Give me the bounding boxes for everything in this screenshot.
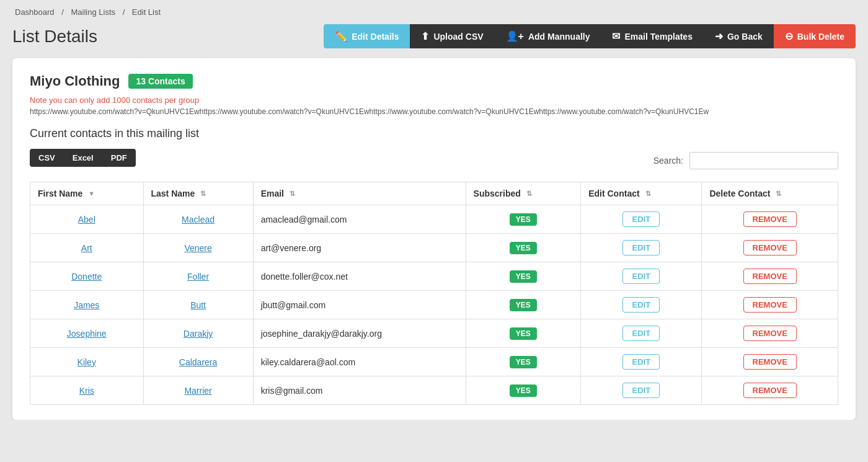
th-last-name: Last Name ⇅ bbox=[143, 182, 253, 205]
table-row: Art Venere art@venere.org YES EDIT REMOV… bbox=[30, 234, 838, 262]
cell-email: josephine_darakjy@darakjy.org bbox=[253, 319, 466, 348]
cell-last-name: Maclead bbox=[143, 205, 253, 234]
edit-contact-button[interactable]: EDIT bbox=[622, 269, 660, 284]
first-name-link[interactable]: Kris bbox=[79, 386, 94, 396]
remove-contact-button[interactable]: REMOVE bbox=[743, 354, 797, 370]
cell-edit: EDIT bbox=[581, 348, 702, 376]
remove-contact-button[interactable]: REMOVE bbox=[743, 240, 797, 255]
sort-icon-first-name[interactable]: ▼ bbox=[88, 190, 95, 197]
upload-icon: ⬆ bbox=[421, 30, 429, 42]
remove-contact-button[interactable]: REMOVE bbox=[743, 211, 797, 227]
breadcrumb-dashboard[interactable]: Dashboard bbox=[15, 7, 55, 17]
last-name-link[interactable]: Foller bbox=[187, 272, 209, 282]
sort-icon-edit-contact[interactable]: ⇅ bbox=[645, 190, 651, 198]
subscribed-badge: YES bbox=[510, 327, 537, 340]
breadcrumb-edit-list: Edit List bbox=[132, 7, 161, 17]
cell-edit: EDIT bbox=[581, 234, 702, 262]
delete-icon: ⊖ bbox=[785, 30, 793, 42]
sort-icon-last-name[interactable]: ⇅ bbox=[200, 190, 206, 198]
th-edit-contact: Edit Contact ⇅ bbox=[581, 182, 702, 205]
th-subscribed: Subscribed ⇅ bbox=[466, 182, 581, 205]
cell-last-name: Marrier bbox=[143, 376, 253, 405]
table-row: Kris Marrier kris@gmail.com YES EDIT REM… bbox=[30, 376, 838, 405]
cell-remove: REMOVE bbox=[702, 234, 838, 262]
section-title: Current contacts in this mailing list bbox=[30, 127, 838, 140]
remove-contact-button[interactable]: REMOVE bbox=[743, 383, 797, 398]
edit-contact-button[interactable]: EDIT bbox=[622, 326, 660, 341]
cell-remove: REMOVE bbox=[702, 262, 838, 291]
sort-icon-delete-contact[interactable]: ⇅ bbox=[776, 190, 781, 198]
upload-csv-button[interactable]: ⬆ Upload CSV bbox=[410, 24, 494, 48]
last-name-link[interactable]: Maclead bbox=[182, 215, 215, 224]
search-input[interactable] bbox=[689, 152, 838, 169]
go-back-button[interactable]: ➜ Go Back bbox=[704, 24, 774, 48]
cell-last-name: Darakjy bbox=[143, 319, 253, 348]
table-row: Donette Foller donette.foller@cox.net YE… bbox=[30, 262, 838, 291]
export-search-row: CSV Excel PDF Search: bbox=[30, 149, 838, 175]
bulk-delete-button[interactable]: ⊖ Bulk Delete bbox=[774, 24, 856, 48]
contacts-badge: 13 Contacts bbox=[128, 74, 192, 89]
edit-contact-button[interactable]: EDIT bbox=[622, 354, 660, 370]
subscribed-badge: YES bbox=[510, 213, 537, 226]
main-container: Miyo Clothing 13 Contacts Note you can o… bbox=[12, 58, 856, 420]
edit-icon: ✏️ bbox=[335, 30, 347, 42]
table-header-row: First Name ▼ Last Name ⇅ Email ⇅ bbox=[30, 182, 838, 205]
subscribed-badge: YES bbox=[510, 384, 537, 397]
export-pdf-button[interactable]: PDF bbox=[102, 149, 136, 167]
cell-email: kiley.caldarera@aol.com bbox=[253, 348, 466, 376]
cell-subscribed: YES bbox=[466, 291, 581, 319]
th-email: Email ⇅ bbox=[253, 182, 466, 205]
add-manually-button[interactable]: 👤+ Add Mannually bbox=[495, 24, 601, 48]
export-csv-button[interactable]: CSV bbox=[30, 149, 64, 167]
cell-edit: EDIT bbox=[581, 205, 702, 234]
breadcrumb: Dashboard / Mailing Lists / Edit List bbox=[0, 0, 868, 19]
last-name-link[interactable]: Butt bbox=[190, 300, 206, 310]
edit-contact-button[interactable]: EDIT bbox=[622, 383, 660, 398]
email-templates-button[interactable]: ✉ Email Templates bbox=[601, 24, 703, 48]
first-name-link[interactable]: Donette bbox=[71, 272, 102, 282]
table-row: Abel Maclead amaclead@gmail.com YES EDIT… bbox=[30, 205, 838, 234]
remove-contact-button[interactable]: REMOVE bbox=[743, 297, 797, 313]
table-row: James Butt jbutt@gmail.com YES EDIT REMO… bbox=[30, 291, 838, 319]
edit-contact-button[interactable]: EDIT bbox=[622, 297, 660, 313]
first-name-link[interactable]: James bbox=[74, 300, 99, 310]
cell-first-name: Abel bbox=[30, 205, 144, 234]
remove-contact-button[interactable]: REMOVE bbox=[743, 269, 797, 284]
cell-remove: REMOVE bbox=[702, 376, 838, 405]
list-header: Miyo Clothing 13 Contacts bbox=[30, 73, 838, 89]
edit-contact-button[interactable]: EDIT bbox=[622, 211, 660, 227]
last-name-link[interactable]: Marrier bbox=[184, 386, 211, 396]
sort-icon-subscribed[interactable]: ⇅ bbox=[526, 190, 532, 198]
cell-subscribed: YES bbox=[466, 262, 581, 291]
cell-email: kris@gmail.com bbox=[253, 376, 466, 405]
first-name-link[interactable]: Josephine bbox=[67, 329, 107, 339]
cell-last-name: Foller bbox=[143, 262, 253, 291]
cell-remove: REMOVE bbox=[702, 205, 838, 234]
edit-details-button[interactable]: ✏️ Edit Details bbox=[324, 24, 410, 48]
export-excel-button[interactable]: Excel bbox=[64, 149, 102, 167]
cell-subscribed: YES bbox=[466, 319, 581, 348]
first-name-link[interactable]: Kiley bbox=[78, 357, 96, 367]
cell-first-name: Donette bbox=[30, 262, 144, 291]
last-name-link[interactable]: Darakjy bbox=[184, 329, 213, 339]
last-name-link[interactable]: Venere bbox=[184, 243, 211, 253]
edit-contact-button[interactable]: EDIT bbox=[622, 240, 660, 255]
email-value: amaclead@gmail.com bbox=[261, 215, 347, 224]
first-name-link[interactable]: Abel bbox=[78, 215, 95, 224]
first-name-link[interactable]: Art bbox=[81, 243, 92, 253]
table-row: Josephine Darakjy josephine_darakjy@dara… bbox=[30, 319, 838, 348]
subscribed-badge: YES bbox=[510, 299, 537, 311]
subscribed-badge: YES bbox=[510, 242, 537, 254]
cell-last-name: Venere bbox=[143, 234, 253, 262]
breadcrumb-mailing-lists[interactable]: Mailing Lists bbox=[71, 7, 115, 17]
cell-first-name: Josephine bbox=[30, 319, 144, 348]
cell-remove: REMOVE bbox=[702, 291, 838, 319]
last-name-link[interactable]: Caldarera bbox=[179, 357, 217, 367]
sort-icon-email[interactable]: ⇅ bbox=[290, 190, 295, 198]
email-value: donette.foller@cox.net bbox=[261, 272, 348, 282]
cell-email: art@venere.org bbox=[253, 234, 466, 262]
cell-last-name: Caldarera bbox=[143, 348, 253, 376]
cell-subscribed: YES bbox=[466, 348, 581, 376]
list-name: Miyo Clothing bbox=[30, 73, 120, 89]
remove-contact-button[interactable]: REMOVE bbox=[743, 326, 797, 341]
